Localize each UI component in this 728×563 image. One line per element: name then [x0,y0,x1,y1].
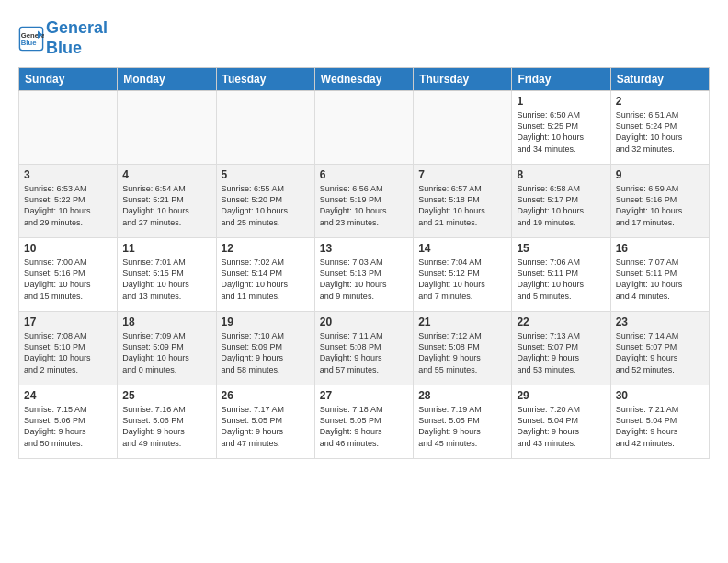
day-info: Sunrise: 6:51 AM Sunset: 5:24 PM Dayligh… [616,109,704,155]
day-number: 6 [320,168,408,181]
day-info: Sunrise: 7:02 AM Sunset: 5:14 PM Dayligh… [222,257,310,302]
day-info: Sunrise: 6:59 AM Sunset: 5:16 PM Dayligh… [616,183,704,228]
day-number: 7 [418,168,506,181]
day-info: Sunrise: 7:08 AM Sunset: 5:10 PM Dayligh… [24,330,112,375]
calendar-week-3: 17Sunrise: 7:08 AM Sunset: 5:10 PM Dayli… [19,312,710,385]
day-number: 14 [418,242,506,255]
day-number: 23 [616,316,704,328]
day-info: Sunrise: 7:12 AM Sunset: 5:08 PM Dayligh… [418,330,506,375]
day-number: 9 [616,168,704,181]
calendar-cell: 23Sunrise: 7:14 AM Sunset: 5:07 PM Dayli… [610,312,709,385]
day-info: Sunrise: 7:13 AM Sunset: 5:07 PM Dayligh… [517,330,605,375]
calendar-cell: 2Sunrise: 6:51 AM Sunset: 5:24 PM Daylig… [610,91,709,165]
calendar-cell: 18Sunrise: 7:09 AM Sunset: 5:09 PM Dayli… [118,312,216,385]
calendar-cell: 8Sunrise: 6:58 AM Sunset: 5:17 PM Daylig… [512,165,610,238]
logo-icon: General Blue [18,26,44,52]
calendar-cell: 3Sunrise: 6:53 AM Sunset: 5:22 PM Daylig… [19,165,118,238]
weekday-header-friday: Friday [512,68,610,91]
day-number: 5 [222,168,310,181]
calendar-cell: 22Sunrise: 7:13 AM Sunset: 5:07 PM Dayli… [512,312,610,385]
day-number: 18 [122,316,210,328]
day-number: 2 [616,95,704,108]
day-info: Sunrise: 6:53 AM Sunset: 5:22 PM Dayligh… [24,183,112,228]
calendar-cell: 6Sunrise: 6:56 AM Sunset: 5:19 PM Daylig… [314,165,413,238]
weekday-header-sunday: Sunday [19,68,118,91]
calendar-cell: 12Sunrise: 7:02 AM Sunset: 5:14 PM Dayli… [216,238,314,312]
calendar-week-2: 10Sunrise: 7:00 AM Sunset: 5:16 PM Dayli… [19,238,710,312]
day-info: Sunrise: 6:56 AM Sunset: 5:19 PM Dayligh… [320,183,408,228]
calendar-cell: 11Sunrise: 7:01 AM Sunset: 5:15 PM Dayli… [118,238,216,312]
day-info: Sunrise: 7:15 AM Sunset: 5:06 PM Dayligh… [24,404,112,449]
calendar-cell: 29Sunrise: 7:20 AM Sunset: 5:04 PM Dayli… [512,385,610,459]
day-info: Sunrise: 7:11 AM Sunset: 5:08 PM Dayligh… [320,330,408,375]
calendar-cell: 1Sunrise: 6:50 AM Sunset: 5:25 PM Daylig… [512,91,610,165]
weekday-header-wednesday: Wednesday [314,68,413,91]
day-info: Sunrise: 7:18 AM Sunset: 5:05 PM Dayligh… [320,404,408,449]
calendar-cell: 10Sunrise: 7:00 AM Sunset: 5:16 PM Dayli… [19,238,118,312]
day-number: 3 [24,168,112,181]
day-info: Sunrise: 6:50 AM Sunset: 5:25 PM Dayligh… [517,109,605,155]
day-number: 16 [616,242,704,255]
calendar-cell: 27Sunrise: 7:18 AM Sunset: 5:05 PM Dayli… [314,385,413,459]
calendar-week-1: 3Sunrise: 6:53 AM Sunset: 5:22 PM Daylig… [19,165,710,238]
day-info: Sunrise: 7:06 AM Sunset: 5:11 PM Dayligh… [517,257,605,302]
day-number: 11 [122,242,210,255]
logo-blue: Blue [46,39,82,57]
calendar-cell: 24Sunrise: 7:15 AM Sunset: 5:06 PM Dayli… [19,385,118,459]
day-info: Sunrise: 7:03 AM Sunset: 5:13 PM Dayligh… [320,257,408,302]
day-number: 27 [320,389,408,402]
calendar-cell: 16Sunrise: 7:07 AM Sunset: 5:11 PM Dayli… [610,238,709,312]
day-number: 30 [616,389,704,402]
calendar-table: SundayMondayTuesdayWednesdayThursdayFrid… [18,67,710,459]
logo: General Blue General Blue [18,18,108,58]
page: General Blue General Blue SundayMondayTu… [0,0,728,468]
day-number: 13 [320,242,408,255]
header: General Blue General Blue [18,18,710,58]
calendar-cell [414,91,512,165]
day-number: 1 [517,95,605,108]
day-info: Sunrise: 6:54 AM Sunset: 5:21 PM Dayligh… [122,183,210,228]
calendar-cell: 21Sunrise: 7:12 AM Sunset: 5:08 PM Dayli… [414,312,512,385]
calendar-cell: 25Sunrise: 7:16 AM Sunset: 5:06 PM Dayli… [118,385,216,459]
weekday-header-monday: Monday [118,68,216,91]
day-number: 10 [24,242,112,255]
day-info: Sunrise: 6:57 AM Sunset: 5:18 PM Dayligh… [418,183,506,228]
calendar-cell: 20Sunrise: 7:11 AM Sunset: 5:08 PM Dayli… [314,312,413,385]
calendar-cell [216,91,314,165]
calendar-week-4: 24Sunrise: 7:15 AM Sunset: 5:06 PM Dayli… [19,385,710,459]
day-info: Sunrise: 7:10 AM Sunset: 5:09 PM Dayligh… [222,330,310,375]
day-info: Sunrise: 7:01 AM Sunset: 5:15 PM Dayligh… [122,257,210,302]
calendar-cell: 17Sunrise: 7:08 AM Sunset: 5:10 PM Dayli… [19,312,118,385]
day-number: 19 [222,316,310,328]
day-number: 26 [222,389,310,402]
day-number: 28 [418,389,506,402]
weekday-header-tuesday: Tuesday [216,68,314,91]
day-number: 17 [24,316,112,328]
day-number: 25 [122,389,210,402]
day-info: Sunrise: 7:17 AM Sunset: 5:05 PM Dayligh… [222,404,310,449]
day-number: 20 [320,316,408,328]
calendar-cell: 14Sunrise: 7:04 AM Sunset: 5:12 PM Dayli… [414,238,512,312]
day-info: Sunrise: 6:58 AM Sunset: 5:17 PM Dayligh… [517,183,605,228]
weekday-header-thursday: Thursday [414,68,512,91]
logo-general: General [46,18,108,37]
calendar-cell: 13Sunrise: 7:03 AM Sunset: 5:13 PM Dayli… [314,238,413,312]
calendar-cell [118,91,216,165]
weekday-header-saturday: Saturday [610,68,709,91]
calendar-week-0: 1Sunrise: 6:50 AM Sunset: 5:25 PM Daylig… [19,91,710,165]
day-info: Sunrise: 7:04 AM Sunset: 5:12 PM Dayligh… [418,257,506,302]
calendar-cell: 15Sunrise: 7:06 AM Sunset: 5:11 PM Dayli… [512,238,610,312]
day-info: Sunrise: 7:16 AM Sunset: 5:06 PM Dayligh… [122,404,210,449]
calendar-cell: 28Sunrise: 7:19 AM Sunset: 5:05 PM Dayli… [414,385,512,459]
calendar-cell: 9Sunrise: 6:59 AM Sunset: 5:16 PM Daylig… [610,165,709,238]
day-number: 15 [517,242,605,255]
day-number: 24 [24,389,112,402]
day-info: Sunrise: 7:21 AM Sunset: 5:04 PM Dayligh… [616,404,704,449]
calendar-cell: 19Sunrise: 7:10 AM Sunset: 5:09 PM Dayli… [216,312,314,385]
day-number: 8 [517,168,605,181]
calendar-header-row: SundayMondayTuesdayWednesdayThursdayFrid… [19,68,710,91]
day-info: Sunrise: 7:20 AM Sunset: 5:04 PM Dayligh… [517,404,605,449]
calendar-cell: 5Sunrise: 6:55 AM Sunset: 5:20 PM Daylig… [216,165,314,238]
day-info: Sunrise: 7:09 AM Sunset: 5:09 PM Dayligh… [122,330,210,375]
calendar-cell [19,91,118,165]
